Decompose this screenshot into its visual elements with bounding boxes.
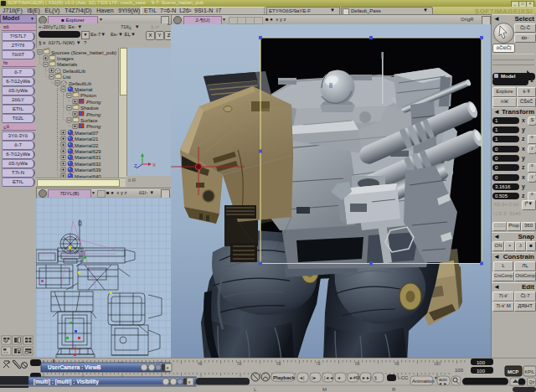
svg-text:90: 90: [394, 361, 399, 366]
svg-text:100: 100: [477, 369, 486, 374]
svg-text:70: 70: [316, 361, 321, 366]
svg-text:Qtr: Qtr: [529, 379, 535, 384]
svg-text:Sources (Scene_hattari_pub): Sources (Scene_hattari_pub): [51, 50, 116, 55]
svg-text:[multi] : [multi] : Visibility: [multi] : [multi] : Visibility: [34, 379, 99, 385]
svg-text:X: X: [152, 162, 156, 168]
svg-text:100: 100: [434, 361, 441, 366]
svg-text:R: R: [392, 387, 396, 392]
svg-text:►►|: ►►|: [362, 375, 371, 380]
svg-text:Materials: Materials: [57, 62, 77, 67]
svg-text:List: List: [63, 75, 71, 80]
svg-text:100: 100: [477, 360, 486, 365]
svg-text:MateriaI629: MateriaI629: [75, 149, 101, 154]
svg-text:Phong: Phong: [86, 112, 101, 117]
svg-text:DefaultLib: DefaultLib: [69, 81, 92, 86]
svg-text:KP/L: KP/L: [525, 369, 535, 374]
svg-text:100: 100: [455, 368, 464, 373]
svg-text:MateriaI639: MateriaI639: [75, 168, 101, 173]
svg-text:MCP: MCP: [508, 369, 518, 374]
svg-text:MateriaI21: MateriaI21: [75, 137, 99, 142]
svg-text:|►: |►: [312, 375, 317, 380]
svg-text:50: 50: [237, 361, 242, 366]
svg-text:Shadow: Shadow: [80, 106, 99, 111]
svg-text:x: x: [188, 379, 191, 384]
svg-text:Animation: Animation: [412, 379, 435, 384]
svg-text:Phong: Phong: [86, 100, 101, 105]
svg-text:DefaultLib: DefaultLib: [63, 69, 86, 74]
svg-text:MateriaI07: MateriaI07: [75, 131, 99, 136]
svg-text:x: x: [167, 365, 169, 370]
svg-text:UserCamera : ViewB: UserCamera : ViewB: [48, 364, 101, 370]
svg-text:Surface: Surface: [80, 118, 98, 123]
svg-text:Photon: Photon: [80, 93, 96, 98]
svg-text:<>: <>: [3, 350, 8, 355]
svg-text:80: 80: [355, 361, 360, 366]
svg-text:40: 40: [198, 361, 203, 366]
svg-text:L: L: [254, 387, 257, 392]
svg-text:M: M: [322, 387, 327, 392]
svg-text:Playback: Playback: [273, 375, 296, 380]
svg-text:◄|: ◄|: [299, 375, 304, 380]
svg-text:◄: ◄: [337, 375, 341, 380]
svg-text:60: 60: [276, 361, 281, 366]
svg-text:|◄◄: |◄◄: [324, 375, 333, 380]
svg-text:MateriaI632: MateriaI632: [75, 162, 101, 167]
svg-text:t-CC: t-CC: [398, 375, 409, 380]
svg-text:Z: Z: [134, 163, 137, 168]
svg-text:MateriaI22: MateriaI22: [75, 143, 99, 148]
svg-text:Images: Images: [57, 56, 74, 61]
svg-text:§: §: [374, 375, 377, 380]
svg-text:MateriaI631: MateriaI631: [75, 155, 101, 160]
svg-text:Phong: Phong: [86, 124, 101, 129]
